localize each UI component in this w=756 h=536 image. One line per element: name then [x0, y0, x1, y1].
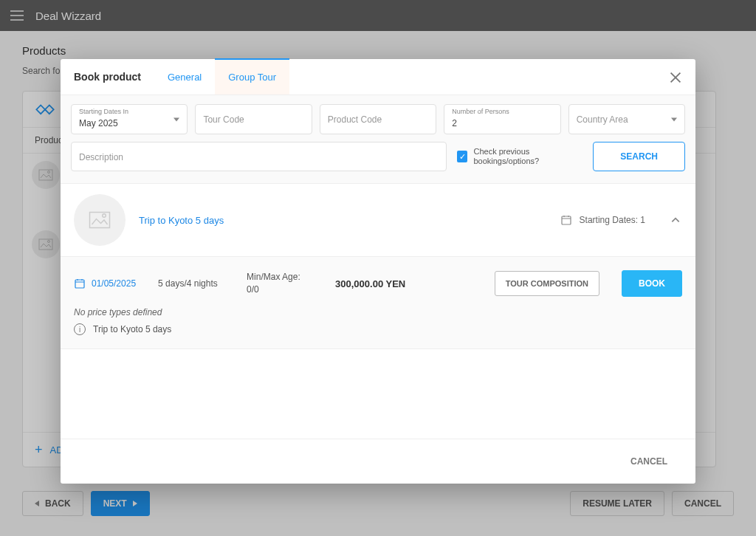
filter-bar: Starting Dates In May 2025 Tour Code Pro…: [61, 95, 695, 184]
modal-overlay: Book product General Group Tour Starting…: [0, 0, 756, 536]
calendar-icon: [560, 214, 572, 226]
close-icon[interactable]: [667, 69, 684, 86]
search-button[interactable]: SEARCH: [593, 142, 685, 171]
persons-input[interactable]: Number of Persons 2: [444, 104, 560, 134]
tab-general[interactable]: General: [154, 60, 215, 95]
modal-cancel-button[interactable]: CANCEL: [619, 450, 679, 473]
modal-title: Book product: [61, 59, 154, 95]
chevron-up-icon[interactable]: [669, 213, 682, 227]
age-range: Min/Max Age: 0/0: [247, 271, 313, 296]
tour-composition-button[interactable]: TOUR COMPOSITION: [495, 271, 599, 296]
duration: 5 days/4 nights: [158, 278, 224, 290]
tab-group-tour[interactable]: Group Tour: [215, 58, 289, 95]
svg-rect-6: [562, 216, 571, 224]
tour-code-input[interactable]: Tour Code: [195, 104, 312, 134]
product-code-input[interactable]: Product Code: [320, 104, 436, 134]
description-input[interactable]: Description: [71, 142, 447, 171]
result-title: Trip to Kyoto 5 days: [139, 215, 547, 226]
chevron-down-icon: [671, 117, 677, 121]
info-row: i Trip to Kyoto 5 days: [74, 323, 682, 335]
svg-rect-7: [75, 280, 84, 288]
svg-rect-4: [90, 213, 110, 228]
image-placeholder-icon: [74, 194, 126, 246]
result-header[interactable]: Trip to Kyoto 5 days Starting Dates: 1: [61, 184, 695, 257]
starting-dates-count: Starting Dates: 1: [580, 215, 645, 225]
no-price-types: No price types defined: [74, 307, 682, 317]
info-icon: i: [74, 323, 86, 335]
calendar-icon: [74, 278, 86, 289]
book-button[interactable]: BOOK: [622, 270, 682, 297]
country-area-select[interactable]: Country Area: [568, 104, 685, 134]
starting-dates-select[interactable]: Starting Dates In May 2025: [71, 104, 188, 134]
departure-date[interactable]: 01/05/2025: [74, 278, 136, 289]
checkbox-checked-icon: ✓: [457, 151, 467, 162]
check-previous-checkbox[interactable]: ✓ Check previous bookings/options?: [457, 147, 583, 166]
book-product-modal: Book product General Group Tour Starting…: [61, 59, 695, 484]
result-detail: 01/05/2025 5 days/4 nights Min/Max Age: …: [61, 257, 695, 349]
price: 300,000.00 YEN: [335, 278, 405, 289]
chevron-down-icon: [173, 117, 179, 121]
svg-point-5: [103, 214, 106, 218]
